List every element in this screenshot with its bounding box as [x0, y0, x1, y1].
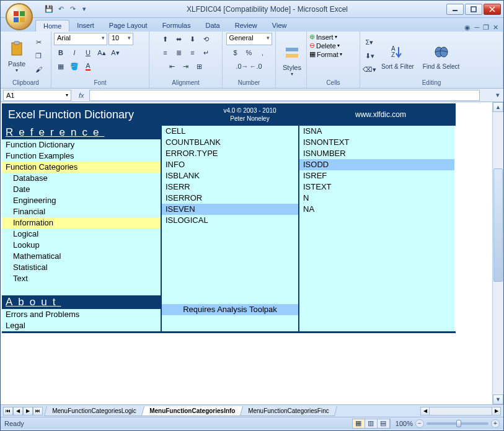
maximize-button[interactable] — [465, 4, 482, 15]
function-item[interactable]: ISNUMBER — [299, 148, 454, 159]
tab-last-icon[interactable]: ⏭ — [33, 407, 43, 416]
function-item[interactable]: ISLOGICAL — [162, 215, 298, 226]
name-box[interactable]: A1▾ — [3, 90, 71, 101]
function-item[interactable]: CELL — [162, 126, 298, 137]
format-cells-button[interactable]: ▦Format▾ — [309, 50, 357, 58]
orientation-icon[interactable]: ⟲ — [200, 33, 213, 45]
clear-icon[interactable]: ⌫▾ — [363, 63, 376, 76]
doc-close-icon[interactable]: ✕ — [493, 24, 498, 32]
horizontal-scrollbar[interactable]: ◀ ▶ — [420, 407, 501, 416]
font-name-combo[interactable]: Arial — [54, 33, 107, 45]
help-icon[interactable]: ◉ — [464, 24, 471, 32]
wrap-text-icon[interactable]: ↵ — [200, 46, 213, 59]
function-item[interactable]: NA — [299, 204, 454, 215]
ribbon-tab-insert[interactable]: Insert — [69, 20, 102, 32]
fx-button[interactable]: fx — [74, 92, 89, 99]
function-item[interactable]: ERROR.TYPE — [162, 148, 298, 159]
percent-icon[interactable]: % — [242, 46, 256, 59]
function-item[interactable]: ISERROR — [162, 193, 298, 204]
nav-item[interactable]: Logical — [2, 229, 161, 240]
ribbon-tab-view[interactable]: View — [265, 20, 294, 32]
page-break-view-icon[interactable]: ▤ — [378, 419, 390, 428]
shrink-font-icon[interactable]: A▾ — [108, 46, 122, 59]
font-size-combo[interactable]: 10 — [108, 33, 133, 45]
function-item[interactable]: ISTEXT — [299, 181, 454, 193]
function-item[interactable]: ISNA — [299, 126, 454, 137]
font-color-icon[interactable]: A — [81, 60, 95, 72]
fill-icon[interactable]: ⬇▾ — [363, 50, 376, 62]
paste-button[interactable]: Paste ▾ — [3, 38, 30, 74]
decrease-indent-icon[interactable]: ⇤ — [166, 60, 179, 72]
nav-item[interactable]: Statistical — [2, 262, 161, 273]
ribbon-tab-page-layout[interactable]: Page Layout — [102, 20, 155, 32]
copy-icon[interactable]: ❐ — [32, 50, 45, 62]
formula-input[interactable] — [89, 90, 480, 101]
nav-item[interactable]: Information — [2, 217, 161, 229]
office-button[interactable] — [6, 3, 33, 30]
styles-button[interactable]: Styles ▾ — [278, 41, 306, 78]
zoom-level[interactable]: 100% — [396, 420, 413, 427]
close-button[interactable] — [484, 4, 501, 15]
ribbon-tab-formulas[interactable]: Formulas — [155, 20, 198, 32]
nav-item[interactable]: Mathematical — [2, 251, 161, 262]
increase-indent-icon[interactable]: ⇥ — [179, 60, 193, 72]
function-item[interactable]: ISODD — [299, 159, 454, 170]
zoom-out-button[interactable]: − — [415, 419, 424, 428]
nav-item[interactable]: Engineering — [2, 195, 161, 206]
comma-icon[interactable]: , — [256, 46, 270, 59]
undo-icon[interactable]: ↶ — [56, 4, 66, 14]
sheet-tab[interactable]: MenuFunctionCategoriesFinc — [240, 406, 337, 416]
nav-item[interactable]: Date — [2, 184, 161, 195]
nav-item[interactable]: Function Categories — [2, 162, 161, 173]
zoom-in-button[interactable]: + — [491, 419, 500, 428]
redo-icon[interactable]: ↷ — [68, 4, 77, 14]
hscroll-left-icon[interactable]: ◀ — [421, 407, 430, 415]
expand-formula-bar-icon[interactable]: ▾ — [492, 91, 503, 99]
ribbon-tab-data[interactable]: Data — [198, 20, 227, 32]
scroll-up-icon[interactable]: ▲ — [493, 102, 503, 112]
nav-item[interactable]: Function Dictionary — [2, 139, 161, 150]
normal-view-icon[interactable]: ▦ — [353, 419, 365, 428]
sheet-tab[interactable]: MenuFunctionCategoriesInfo — [141, 406, 243, 416]
ribbon-tab-home[interactable]: Home — [35, 20, 69, 32]
merge-center-icon[interactable]: ⊞ — [193, 60, 206, 72]
underline-button[interactable]: U — [81, 46, 95, 59]
insert-cells-button[interactable]: ⊕Insert▾ — [309, 33, 357, 41]
increase-decimal-icon[interactable]: .0→ — [236, 60, 249, 72]
function-item[interactable]: ISEVEN — [162, 204, 298, 215]
function-item[interactable]: ISBLANK — [162, 170, 298, 181]
fill-color-icon[interactable]: 🪣 — [68, 60, 81, 72]
nav-item[interactable]: Legal — [2, 320, 161, 331]
delete-cells-button[interactable]: ⊖Delete▾ — [309, 41, 357, 50]
scroll-thumb[interactable] — [493, 168, 503, 281]
nav-item[interactable]: Function Examples — [2, 150, 161, 162]
function-item[interactable]: ISERR — [162, 181, 298, 193]
sheet-tab[interactable]: MenuFunctionCategoriesLogic — [44, 406, 144, 416]
borders-icon[interactable]: ▦ — [54, 60, 68, 72]
nav-item[interactable]: Text — [2, 273, 161, 284]
grow-font-icon[interactable]: A▴ — [95, 46, 108, 59]
align-middle-icon[interactable]: ⬌ — [172, 33, 186, 45]
decrease-decimal-icon[interactable]: ←.0 — [249, 60, 263, 72]
bold-button[interactable]: B — [54, 46, 68, 59]
sort-filter-button[interactable]: AZ Sort & Filter — [378, 41, 418, 71]
function-item[interactable]: INFO — [162, 159, 298, 170]
doc-minimize-icon[interactable]: ─ — [474, 24, 479, 32]
tab-next-icon[interactable]: ▶ — [23, 407, 33, 416]
minimize-button[interactable] — [446, 4, 464, 15]
ribbon-tab-review[interactable]: Review — [228, 20, 265, 32]
save-icon[interactable]: 💾 — [44, 4, 54, 14]
autosum-icon[interactable]: Σ▾ — [363, 36, 376, 48]
function-item[interactable]: ISREF — [299, 170, 454, 181]
nav-item[interactable]: Financial — [2, 206, 161, 217]
doc-restore-icon[interactable]: ❐ — [483, 24, 489, 32]
nav-item[interactable]: Errors and Problems — [2, 309, 161, 320]
currency-icon[interactable]: $ — [229, 46, 242, 59]
vertical-scrollbar[interactable]: ▲ ▼ — [492, 102, 503, 404]
tab-prev-icon[interactable]: ◀ — [13, 407, 23, 416]
zoom-slider[interactable] — [427, 422, 489, 425]
nav-item[interactable]: Lookup — [2, 240, 161, 251]
function-item[interactable]: ISNONTEXT — [299, 137, 454, 148]
number-format-combo[interactable]: General — [226, 33, 272, 45]
align-right-icon[interactable]: ≡ — [186, 46, 200, 59]
